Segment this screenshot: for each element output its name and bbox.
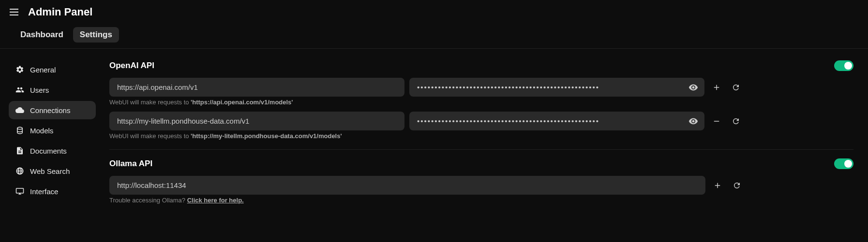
eye-icon[interactable]	[688, 116, 699, 127]
remove-endpoint-button[interactable]	[709, 114, 724, 128]
sidebar-item-label: General	[30, 66, 56, 74]
sidebar-item-web-search[interactable]: Web Search	[9, 162, 96, 180]
openai-key-input[interactable]	[409, 78, 704, 97]
ollama-help-link[interactable]: Click here for help.	[187, 197, 244, 204]
section-ollama: Ollama API Trouble accessing Ollama? Cli…	[109, 158, 853, 204]
sidebar-item-label: Documents	[30, 147, 67, 155]
openai-toggle[interactable]	[834, 60, 853, 71]
sidebar-item-general[interactable]: General	[9, 60, 96, 79]
section-divider	[109, 149, 853, 150]
refresh-button[interactable]	[730, 178, 744, 193]
eye-icon[interactable]	[688, 82, 699, 93]
users-icon	[15, 85, 24, 94]
add-endpoint-button[interactable]	[710, 178, 725, 193]
openai-url-input[interactable]	[109, 78, 404, 97]
openai-hint: WebUI will make requests to 'https://api…	[109, 99, 853, 106]
tab-settings[interactable]: Settings	[73, 27, 119, 43]
sidebar-item-documents[interactable]: Documents	[9, 142, 96, 160]
page-title: Admin Panel	[28, 6, 92, 18]
openai-endpoint-row	[109, 112, 853, 130]
cloud-icon	[15, 106, 24, 114]
sidebar: General Users Connections Models Documen	[0, 49, 102, 219]
ollama-url-input[interactable]	[109, 176, 705, 195]
add-endpoint-button[interactable]	[709, 80, 724, 95]
sidebar-item-users[interactable]: Users	[9, 81, 96, 99]
document-icon	[15, 146, 24, 155]
sidebar-item-label: Connections	[30, 106, 70, 114]
openai-key-input[interactable]	[409, 112, 704, 130]
openai-hint: WebUI will make requests to 'httsp://my-…	[109, 132, 853, 140]
tab-dashboard[interactable]: Dashboard	[14, 27, 70, 43]
database-icon	[15, 126, 24, 135]
ollama-endpoint-row	[109, 176, 853, 195]
sidebar-item-label: Models	[30, 127, 53, 135]
section-openai: OpenAI API WebUI	[109, 60, 853, 140]
gear-icon	[15, 65, 24, 74]
section-title-openai: OpenAI API	[109, 61, 154, 71]
monitor-icon	[15, 187, 24, 196]
sidebar-item-label: Users	[30, 86, 49, 94]
sidebar-item-models[interactable]: Models	[9, 121, 96, 140]
openai-url-input[interactable]	[109, 112, 404, 130]
sidebar-item-label: Web Search	[30, 167, 70, 175]
section-title-ollama: Ollama API	[109, 159, 152, 169]
openai-endpoint-row	[109, 78, 853, 97]
menu-icon[interactable]	[10, 7, 19, 17]
globe-icon	[15, 167, 24, 175]
tab-bar: Dashboard Settings	[0, 18, 868, 48]
sidebar-item-interface[interactable]: Interface	[9, 182, 96, 200]
sidebar-item-label: Interface	[30, 187, 58, 196]
main-content: OpenAI API WebUI	[102, 49, 868, 219]
sidebar-item-connections[interactable]: Connections	[9, 101, 96, 119]
refresh-button[interactable]	[729, 80, 743, 95]
ollama-toggle[interactable]	[834, 158, 853, 169]
ollama-hint: Trouble accessing Ollama? Click here for…	[109, 197, 853, 204]
refresh-button[interactable]	[729, 114, 743, 128]
